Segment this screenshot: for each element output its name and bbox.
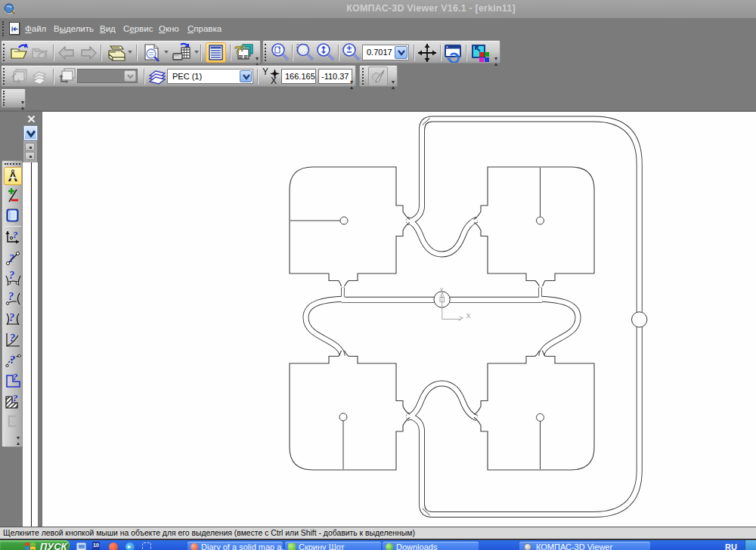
svg-text:?: ? [13, 372, 18, 382]
svg-text:?: ? [10, 332, 15, 344]
svg-text:X: X [466, 312, 471, 320]
svg-text:?: ? [8, 291, 14, 302]
svg-text:?: ? [9, 312, 14, 323]
svg-text:?: ? [13, 229, 18, 240]
svg-text:?: ? [10, 354, 15, 366]
svg-text:?: ? [240, 44, 245, 53]
svg-text:y: y [440, 286, 443, 292]
svg-text:?: ? [9, 253, 14, 264]
svg-text:?: ? [13, 392, 18, 403]
svg-text:?: ? [9, 270, 14, 281]
